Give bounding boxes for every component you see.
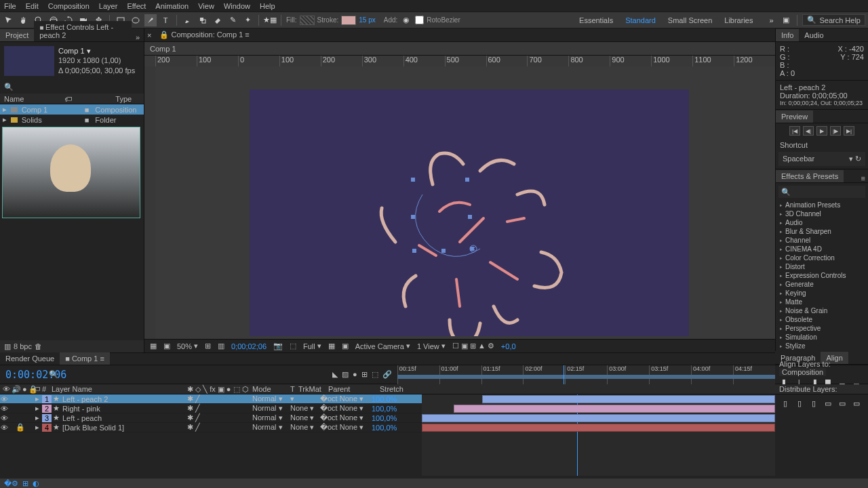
toggle-switches-icon[interactable]: �⚙ (4, 479, 18, 488)
effect-category[interactable]: CINEMA 4D (776, 245, 868, 253)
tl-motion-blur-icon[interactable]: ● (353, 370, 357, 379)
tl-shy-icon[interactable]: ◣ (332, 370, 338, 379)
workspace-libraries[interactable]: Libraries (724, 16, 753, 24)
workspace-reset-icon[interactable]: ▣ (780, 14, 792, 26)
effect-category[interactable]: Stylize (776, 342, 868, 350)
brush-tool-icon[interactable] (182, 14, 194, 26)
search-help[interactable]: 🔍 Search Help (802, 14, 865, 26)
effect-category[interactable]: Generate (776, 280, 868, 289)
shortcut-dropdown[interactable]: Spacebar (783, 155, 814, 163)
workspace-small-screen[interactable]: Small Screen (668, 16, 712, 24)
layer-row[interactable]: 👁▸3★Left - peach✱ ╱Normal ▾None ▾�oct No… (0, 413, 422, 423)
dist-h-icon[interactable]: ▯ (779, 397, 791, 409)
rotobezier-checkbox[interactable] (415, 16, 424, 24)
effect-category[interactable]: Channel (776, 236, 868, 245)
effect-category[interactable]: Noise & Grain (776, 306, 868, 315)
col-type[interactable]: Type (115, 95, 132, 103)
3d-view-icon[interactable]: ▣ (342, 342, 349, 350)
stroke-swatch[interactable] (341, 16, 356, 25)
project-search[interactable]: 🔍 (0, 80, 144, 94)
tab-effects-presets[interactable]: Effects & Presets (776, 170, 844, 182)
effect-category[interactable]: Blur & Sharpen (776, 227, 868, 236)
effect-category[interactable]: Distort (776, 262, 868, 271)
effect-category[interactable]: Color Correction (776, 253, 868, 262)
first-frame-icon[interactable]: |◀ (789, 126, 800, 136)
stroke-width[interactable]: 15 px (359, 16, 375, 24)
composition-viewer[interactable]: 2001000100200300400500600700800900100011… (144, 56, 775, 339)
toggle-modes-icon[interactable]: ⊞ (22, 479, 28, 488)
menu-file[interactable]: File (4, 2, 16, 10)
effect-category[interactable]: Keying (776, 289, 868, 298)
effect-category[interactable]: Perspective (776, 324, 868, 333)
tab-audio[interactable]: Audio (799, 29, 829, 41)
layer-row[interactable]: 👁▸1★Left - peach 2✱ ╱Normal ▾ ▾�oct None… (0, 394, 422, 404)
clone-tool-icon[interactable] (197, 14, 209, 26)
alpha-icon[interactable]: ▦ (150, 342, 157, 350)
align-to-dropdown[interactable]: Composition (779, 368, 826, 376)
project-item[interactable]: ▸Solids■Folder (0, 115, 144, 125)
hand-tool-icon[interactable] (18, 14, 30, 26)
selection-tool-icon[interactable] (3, 14, 15, 26)
menu-view[interactable]: View (198, 2, 214, 10)
workspace-standard[interactable]: Standard (625, 16, 656, 24)
tab-effect-controls[interactable]: ■ Effect Controls Left - peach 2 (34, 21, 132, 41)
workspace-essentials[interactable]: Essentials (579, 16, 613, 24)
tab-timeline-comp[interactable]: ■ Comp 1 ≡ (60, 352, 110, 365)
menu-window[interactable]: Window (224, 2, 250, 10)
effect-category[interactable]: Simulation (776, 333, 868, 342)
layer-row[interactable]: 👁▸2★Right - pink✱ ╱Normal ▾None ▾�oct No… (0, 404, 422, 413)
roto-tool-icon[interactable]: ✎ (226, 14, 239, 26)
timecode-display[interactable]: 0:00:02:06 (0, 369, 49, 381)
grid-icon[interactable]: ▥ (218, 342, 224, 350)
effect-category[interactable]: 3D Channel (776, 209, 868, 218)
tab-composition-panel[interactable]: 🔒 Composition: Comp 1 ≡ (154, 28, 254, 41)
menu-animation[interactable]: Animation (155, 2, 189, 10)
last-frame-icon[interactable]: ▶| (844, 126, 854, 136)
exposure[interactable]: +0,0 (501, 342, 516, 350)
interp-icon[interactable]: ▥ (4, 342, 11, 351)
effect-category[interactable]: Expression Controls (776, 271, 868, 280)
tab-preview[interactable]: Preview (776, 110, 813, 123)
menu-help[interactable]: Help (260, 2, 275, 10)
effect-category[interactable]: Obsolete (776, 315, 868, 324)
next-frame-icon[interactable]: |▶ (830, 126, 841, 136)
effect-category[interactable]: Matte (776, 298, 868, 306)
trash-icon[interactable]: 🗑 (35, 342, 42, 350)
snapshot-icon[interactable]: 📷 (273, 342, 283, 350)
timeline-search[interactable]: 🔍 (49, 370, 327, 379)
tab-info[interactable]: Info (776, 29, 799, 41)
toggle-in-out-icon[interactable]: ◐ (33, 479, 39, 488)
tab-project[interactable]: Project (0, 29, 34, 41)
play-icon[interactable]: ▶ (816, 126, 827, 136)
res-dropdown[interactable]: Full ▾ (303, 342, 321, 350)
roi-icon[interactable]: ⬚ (290, 342, 296, 350)
res-auto-icon[interactable]: ⊞ (205, 342, 211, 350)
time-display[interactable]: 0;00;02;06 (231, 342, 267, 350)
channel-icon[interactable]: ▣ (163, 342, 170, 350)
views-dropdown[interactable]: 1 View ▾ (417, 342, 446, 350)
camera-dropdown[interactable]: Active Camera ▾ (355, 342, 410, 350)
add-vertex-icon[interactable]: ◉ (400, 14, 412, 26)
project-item[interactable]: ▸Comp 1■Composition (0, 104, 144, 115)
bpc-button[interactable]: 8 bpc (14, 342, 32, 350)
tab-comp-1[interactable]: Comp 1 (144, 43, 182, 55)
composition-canvas[interactable] (250, 89, 689, 336)
effect-category[interactable]: Audio (776, 218, 868, 227)
tl-link-icon[interactable]: 🔗 (382, 370, 392, 379)
effects-search[interactable]: 🔍 (778, 186, 865, 198)
eraser-tool-icon[interactable] (212, 14, 224, 26)
workspace-overflow-icon[interactable]: » (765, 14, 777, 26)
menu-effect[interactable]: Effect (127, 2, 146, 10)
pen-tool-icon[interactable] (144, 14, 157, 26)
menu-composition[interactable]: Composition (48, 2, 90, 10)
tl-draft3d-icon[interactable]: ⬚ (372, 370, 378, 379)
transparency-icon[interactable]: ▦ (328, 342, 335, 350)
snap-icon[interactable]: ★▦ (264, 14, 276, 26)
playhead[interactable] (564, 365, 564, 384)
type-tool-icon[interactable]: T (159, 14, 172, 26)
zoom-dropdown[interactable]: 50% ▾ (177, 342, 198, 350)
prev-frame-icon[interactable]: ◀| (803, 126, 814, 136)
effect-category[interactable]: Animation Presets (776, 201, 868, 209)
tl-graph-icon[interactable]: ⊞ (361, 370, 368, 379)
tl-frame-blend-icon[interactable]: ▨ (342, 370, 349, 379)
